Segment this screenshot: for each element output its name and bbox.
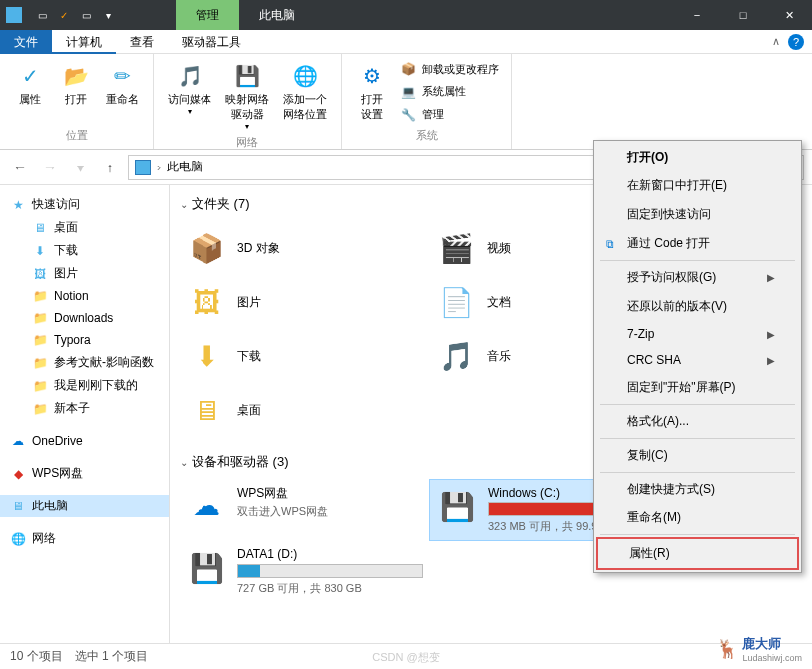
folder-icon: 🖼: [186, 281, 227, 323]
folder-icon: 📁: [32, 355, 48, 371]
context-menu-item[interactable]: CRC SHA▶: [596, 347, 799, 373]
sidebar-item-downloads[interactable]: ⬇ 下载: [0, 239, 169, 262]
context-menu-separator: [600, 438, 795, 439]
sidebar-item-typora[interactable]: 📁 Typora: [0, 329, 169, 351]
computer-tab[interactable]: 计算机: [52, 30, 116, 54]
file-menu[interactable]: 文件: [0, 30, 52, 54]
context-menu-label: 还原以前的版本(V): [627, 298, 727, 315]
sidebar-item-network[interactable]: 🌐 网络: [0, 527, 169, 550]
location-group-label: 位置: [8, 126, 145, 145]
forward-button[interactable]: →: [38, 156, 62, 179]
add-network-location-button[interactable]: 🌐 添加一个 网络位置: [277, 58, 333, 133]
system-icon: 💻: [400, 84, 416, 100]
folder-item[interactable]: 🖥桌面: [180, 383, 429, 437]
folder-icon: 📁: [32, 310, 48, 326]
context-menu-item[interactable]: 属性(R): [596, 537, 799, 570]
network-location-icon: 🌐: [289, 60, 321, 92]
sidebar-item-onedrive[interactable]: ☁ OneDrive: [0, 430, 169, 452]
app-icon: [6, 7, 22, 23]
folder-icon: 📁: [32, 401, 48, 417]
folder-icon: 🎵: [435, 335, 477, 377]
rename-label: 重命名: [106, 92, 139, 107]
pc-icon: 🖥: [10, 499, 26, 514]
quick-access-icon-3[interactable]: ▭: [78, 7, 94, 23]
context-menu-label: 授予访问权限(G): [627, 269, 716, 286]
context-menu-item[interactable]: 授予访问权限(G)▶: [596, 263, 799, 292]
context-menu-label: 属性(R): [629, 545, 670, 562]
drive-status: 727 GB 可用，共 830 GB: [237, 581, 423, 596]
context-menu-item[interactable]: 格式化(A)...: [596, 407, 799, 436]
context-menu-label: CRC SHA: [627, 353, 681, 367]
access-media-label: 访问媒体: [168, 92, 211, 107]
access-media-button[interactable]: 🎵 访问媒体 ▾: [162, 58, 217, 133]
sidebar-item-quick-access[interactable]: ★ 快速访问: [0, 193, 169, 216]
drive-icon: 💾: [436, 486, 478, 527]
driver-tools-tab[interactable]: 驱动器工具: [168, 30, 255, 54]
quick-access-icon-1[interactable]: ▭: [34, 7, 50, 23]
minimize-button[interactable]: −: [674, 0, 720, 30]
rename-button[interactable]: ✏ 重命名: [100, 58, 145, 126]
uninstall-label: 卸载或更改程序: [422, 62, 499, 77]
folder-icon: 📁: [32, 332, 48, 348]
sidebar-label: 网络: [32, 530, 56, 547]
context-menu-separator: [600, 404, 795, 405]
open-settings-button[interactable]: ⚙ 打开 设置: [350, 58, 394, 126]
cloud-icon: ☁: [186, 485, 227, 526]
csdn-watermark: CSDN @想变: [372, 650, 439, 665]
breadcrumb[interactable]: 此电脑: [167, 159, 203, 175]
context-menu-item[interactable]: 在新窗口中打开(E): [596, 171, 799, 200]
context-menu-item[interactable]: 7-Zip▶: [596, 321, 799, 347]
properties-button[interactable]: ✓ 属性: [8, 58, 52, 126]
sidebar-item-just-downloaded[interactable]: 📁 我是刚刚下载的: [0, 374, 169, 397]
folder-name: 视频: [487, 240, 511, 257]
context-menu-label: 格式化(A)...: [627, 413, 689, 430]
breadcrumb-separator: ›: [157, 161, 161, 174]
watermark-sub: Ludashiwj.com: [742, 653, 802, 663]
view-tab[interactable]: 查看: [116, 30, 168, 54]
chevron-down-icon: ▾: [245, 122, 249, 131]
close-button[interactable]: ✕: [766, 0, 812, 30]
context-menu-item[interactable]: 复制(C): [596, 441, 799, 470]
sidebar-item-new-folder[interactable]: 📁 新本子: [0, 397, 169, 420]
open-button[interactable]: 📂 打开: [54, 58, 98, 126]
sidebar-item-desktop[interactable]: 🖥 桌面: [0, 216, 169, 239]
sidebar-label: Notion: [54, 289, 89, 303]
drive-usage-bar: [237, 564, 423, 578]
sidebar-item-this-pc[interactable]: 🖥 此电脑: [0, 495, 169, 517]
maximize-button[interactable]: □: [720, 0, 766, 30]
quick-access-icon-2[interactable]: ✓: [56, 7, 72, 23]
ribbon-collapse-icon[interactable]: ∧: [772, 35, 780, 48]
recent-dropdown[interactable]: ▾: [68, 156, 92, 179]
sidebar-item-pictures[interactable]: 🖼 图片: [0, 262, 169, 285]
up-button[interactable]: ↑: [98, 156, 122, 179]
context-menu-item[interactable]: 重命名(M): [596, 503, 799, 532]
quick-access-dropdown-icon[interactable]: ▾: [100, 7, 116, 23]
context-menu-item[interactable]: 创建快捷方式(S): [596, 475, 799, 503]
sidebar-item-notion[interactable]: 📁 Notion: [0, 285, 169, 307]
drive-item[interactable]: 💾 DATA1 (D:) 727 GB 可用，共 830 GB: [180, 541, 429, 602]
context-menu-separator: [600, 472, 795, 473]
context-menu-item[interactable]: ⧉通过 Code 打开: [596, 229, 799, 258]
folder-item[interactable]: 📦3D 对象: [180, 221, 429, 275]
manage-context-tab[interactable]: 管理: [176, 0, 239, 30]
context-menu-item[interactable]: 固定到"开始"屏幕(P): [596, 373, 799, 402]
system-properties-button[interactable]: 💻 系统属性: [396, 82, 503, 102]
context-menu-item[interactable]: 还原以前的版本(V): [596, 292, 799, 321]
help-icon[interactable]: ?: [788, 34, 804, 50]
sidebar-item-refs[interactable]: 📁 参考文献-影响函数: [0, 351, 169, 374]
sidebar-label: Typora: [54, 333, 91, 347]
sidebar-item-downloads-en[interactable]: 📁 Downloads: [0, 307, 169, 329]
folder-item[interactable]: ⬇下载: [180, 329, 429, 383]
map-drive-button[interactable]: 💾 映射网络 驱动器 ▾: [219, 58, 275, 133]
folder-item[interactable]: 🖼图片: [180, 275, 429, 329]
download-icon: ⬇: [32, 243, 48, 259]
context-menu-label: 重命名(M): [627, 509, 681, 526]
context-menu-item[interactable]: 打开(O): [596, 143, 799, 171]
manage-button[interactable]: 🔧 管理: [396, 105, 503, 125]
item-count: 10 个项目: [10, 648, 63, 665]
uninstall-button[interactable]: 📦 卸载或更改程序: [396, 59, 503, 79]
back-button[interactable]: ←: [8, 156, 32, 179]
drive-item[interactable]: ☁ WPS网盘 双击进入WPS网盘: [180, 479, 429, 541]
context-menu-item[interactable]: 固定到快速访问: [596, 200, 799, 229]
sidebar-item-wps[interactable]: ◆ WPS网盘: [0, 462, 169, 485]
